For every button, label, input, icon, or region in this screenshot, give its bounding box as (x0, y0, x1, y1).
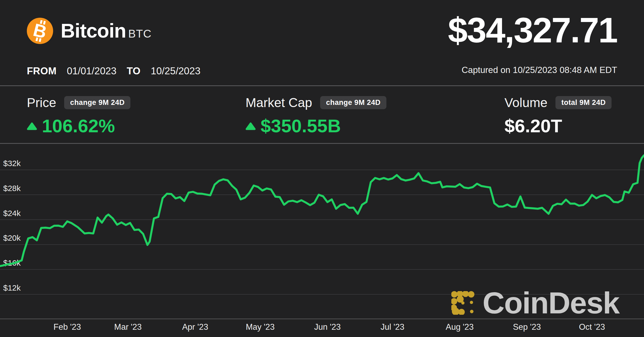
y-tick-label: $28k (3, 184, 21, 193)
stat-market-cap-value-row: $350.55B (246, 117, 386, 135)
stat-volume-value: $6.20T (504, 117, 562, 135)
stat-price-period-badge: change 9M 24D (64, 96, 130, 109)
to-label: TO (127, 65, 141, 77)
y-tick-label: $24k (3, 209, 21, 218)
coin-header: B Bitcoin BTC (27, 18, 152, 44)
stat-volume-period-badge: total 9M 24D (555, 96, 612, 109)
x-tick-label: Mar '23 (114, 322, 142, 332)
y-tick-label: $20k (3, 233, 21, 242)
coindesk-logo: CoinDesk (451, 288, 619, 318)
coin-ticker: BTC (128, 27, 152, 40)
price-line (0, 155, 644, 266)
coindesk-bitcoin-price-card: B Bitcoin BTC FROM 01/01/2023 TO 10/25/2… (0, 0, 644, 337)
stat-market-cap: Market Cap change 9M 24D $350.55B (246, 96, 386, 135)
stat-volume-head: Volume total 9M 24D (504, 96, 612, 109)
coin-name: Bitcoin (61, 21, 126, 41)
stat-market-cap-head: Market Cap change 9M 24D (246, 96, 386, 109)
from-label: FROM (27, 65, 57, 77)
x-tick-label: Jul '23 (380, 322, 404, 332)
coindesk-icon (451, 291, 476, 315)
x-tick-label: Jun '23 (314, 322, 341, 332)
current-price: $34,327.71 (448, 12, 617, 49)
coindesk-wordmark: CoinDesk (482, 288, 619, 318)
y-tick-label: $32k (3, 159, 21, 168)
stat-volume-value-row: $6.20T (504, 117, 612, 135)
stat-volume: Volume total 9M 24D $6.20T (504, 96, 612, 135)
stat-price-head: Price change 9M 24D (27, 96, 130, 109)
stat-price-label: Price (27, 96, 56, 109)
coin-title-row: Bitcoin BTC (61, 21, 152, 41)
x-tick-label: Aug '23 (446, 322, 474, 332)
stat-market-cap-label: Market Cap (246, 96, 312, 109)
x-tick-label: Apr '23 (182, 322, 208, 332)
header-divider-line (0, 85, 644, 86)
to-date: 10/25/2023 (151, 65, 200, 77)
up-arrow-icon (27, 122, 37, 130)
x-tick-label: Oct '23 (579, 322, 605, 332)
y-tick-label: $12k (3, 283, 21, 292)
capture-timestamp: Captured on 10/25/2023 08:48 AM EDT (462, 65, 617, 75)
x-tick-label: Sep '23 (513, 322, 541, 332)
stat-price: Price change 9M 24D 106.62% (27, 96, 130, 135)
bitcoin-logo-icon: B (27, 18, 53, 44)
x-tick-label: Feb '23 (53, 322, 81, 332)
up-arrow-icon (246, 122, 256, 130)
stat-market-cap-value: $350.55B (261, 117, 341, 135)
stat-price-value-row: 106.62% (27, 117, 130, 135)
stat-volume-label: Volume (504, 96, 547, 109)
from-date: 01/01/2023 (67, 65, 116, 77)
x-tick-label: May '23 (246, 322, 275, 332)
stat-price-value: 106.62% (42, 117, 115, 135)
stat-market-cap-period-badge: change 9M 24D (320, 96, 386, 109)
date-range: FROM 01/01/2023 TO 10/25/2023 (27, 65, 200, 77)
